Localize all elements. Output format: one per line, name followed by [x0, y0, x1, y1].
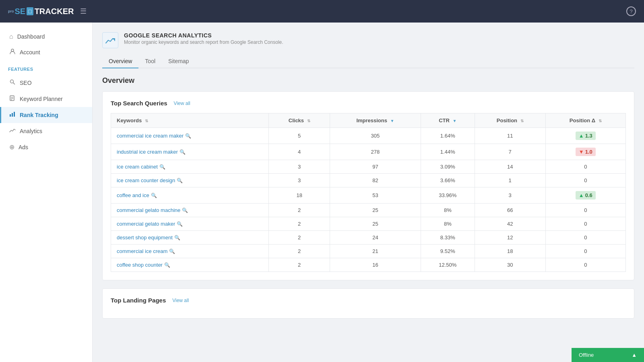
sidebar-item-account[interactable]: Account [0, 44, 92, 60]
keyword-link[interactable]: commercial gelato machine [117, 207, 180, 213]
search-small-icon[interactable]: 🔍 [180, 149, 186, 155]
sidebar-item-analytics[interactable]: Analytics [0, 123, 92, 139]
page-header-text: GOOGLE SEARCH ANALYTICS Monitor organic … [124, 32, 283, 45]
keyword-link[interactable]: commercial gelato maker [117, 221, 175, 227]
cell-clicks: 2 [269, 217, 330, 231]
cell-position: 7 [475, 144, 545, 160]
home-icon: ⌂ [9, 33, 13, 40]
cell-impressions: 25 [330, 204, 421, 217]
cell-clicks: 2 [269, 258, 330, 272]
keyword-link[interactable]: dessert shop equipment [117, 234, 173, 241]
cell-position: 12 [475, 231, 545, 245]
sort-icon: ⇅ [145, 119, 148, 123]
help-icon[interactable]: ? [626, 6, 636, 16]
cell-delta: 0 [545, 245, 625, 258]
keyword-link[interactable]: commercial ice cream maker [117, 133, 184, 139]
search-small-icon[interactable]: 🔍 [164, 262, 170, 268]
keyword-link[interactable]: ice cream counter design [117, 177, 175, 183]
col-impressions[interactable]: Impressions ▼ [330, 113, 421, 128]
layout: ⌂ Dashboard Account FEATURES SEO Keyword [0, 23, 644, 362]
cell-delta: 0 [545, 160, 625, 174]
search-small-icon[interactable]: 🔍 [182, 208, 188, 213]
search-queries-table: Keywords ⇅ Clicks ⇅ Impressions ▼ CTR [111, 113, 626, 272]
sidebar-item-label: Rank Tracking [20, 112, 58, 118]
sort-icon: ⇅ [599, 119, 602, 123]
offline-label: Offline [579, 352, 594, 358]
tab-overview[interactable]: Overview [102, 55, 138, 68]
sidebar-item-seo[interactable]: SEO [0, 75, 92, 91]
user-icon [9, 48, 16, 56]
search-small-icon[interactable]: 🔍 [177, 221, 183, 227]
sort-active-icon: ▼ [453, 119, 457, 123]
col-position[interactable]: Position ⇅ [475, 113, 545, 128]
sidebar-item-rank-tracking[interactable]: Rank Tracking [0, 107, 92, 123]
keyword-link[interactable]: ice cream cabinet [117, 164, 158, 170]
cell-impressions: 53 [330, 187, 421, 204]
view-all-link[interactable]: View all [172, 298, 189, 303]
logo-se: SE [15, 7, 26, 16]
ads-icon: ⊕ [9, 143, 14, 151]
tab-tool[interactable]: Tool [138, 55, 162, 68]
page-title: GOOGLE SEARCH ANALYTICS [124, 32, 283, 39]
view-all-link[interactable]: View all [174, 101, 190, 106]
table-row: commercial ice cream🔍2219.52%180 [111, 245, 626, 258]
sidebar-item-label: Account [20, 49, 40, 56]
tabs: Overview Tool Sitemap [102, 55, 634, 68]
sort-icon: ⇅ [520, 119, 524, 123]
down-arrow-icon: ▼ [579, 149, 584, 155]
hamburger-icon[interactable]: ☰ [80, 7, 87, 16]
cell-ctr: 33.96% [421, 187, 475, 204]
keyword-link[interactable]: coffee and ice [117, 192, 149, 198]
sidebar-item-dashboard[interactable]: ⌂ Dashboard [0, 29, 92, 44]
search-small-icon[interactable]: 🔍 [185, 133, 191, 139]
topnav: pro SE □ TRACKER ☰ ? [0, 0, 644, 23]
page-description: Monitor organic keywords and search repo… [124, 39, 283, 45]
tab-sitemap[interactable]: Sitemap [162, 55, 195, 68]
cell-clicks: 2 [269, 231, 330, 245]
cell-impressions: 305 [330, 128, 421, 144]
cell-clicks: 2 [269, 245, 330, 258]
logo-icon: □ [27, 7, 33, 15]
col-clicks[interactable]: Clicks ⇅ [269, 113, 330, 128]
top-search-queries-card: Top Search Queries View all Keywords ⇅ C… [102, 91, 634, 280]
keyword-link[interactable]: industrial ice cream maker [117, 149, 178, 155]
table-row: coffee and ice🔍185333.96%3▲0.6 [111, 187, 626, 204]
search-small-icon[interactable]: 🔍 [177, 178, 183, 183]
table-row: ice cream cabinet🔍3973.09%140 [111, 160, 626, 174]
cell-ctr: 9.52% [421, 245, 475, 258]
sidebar: ⌂ Dashboard Account FEATURES SEO Keyword [0, 23, 93, 362]
table-row: commercial gelato maker🔍2258%420 [111, 217, 626, 231]
col-position-delta[interactable]: Position Δ ⇅ [545, 113, 625, 128]
search-small-icon[interactable]: 🔍 [174, 235, 180, 241]
cell-position: 42 [475, 217, 545, 231]
logo-pro: pro [8, 9, 14, 13]
search-small-icon[interactable]: 🔍 [169, 249, 175, 254]
table-row: commercial gelato machine🔍2258%660 [111, 204, 626, 217]
cell-delta: 0 [545, 174, 625, 187]
table-body: commercial ice cream maker🔍53051.64%11▲1… [111, 128, 626, 272]
col-ctr[interactable]: CTR ▼ [421, 113, 475, 128]
card-header: Top Landing Pages View all [111, 297, 626, 304]
sidebar-item-label: Ads [19, 144, 28, 150]
cell-impressions: 25 [330, 217, 421, 231]
search-icon [9, 79, 16, 87]
sidebar-item-ads[interactable]: ⊕ Ads [0, 139, 92, 155]
cell-position: 66 [475, 204, 545, 217]
delta-badge-positive: ▲1.3 [576, 132, 596, 140]
keyword-link[interactable]: coffee shop counter [117, 262, 163, 268]
cell-delta: 0 [545, 217, 625, 231]
page-header: GOOGLE SEARCH ANALYTICS Monitor organic … [102, 32, 634, 48]
cell-ctr: 1.44% [421, 144, 475, 160]
search-small-icon[interactable]: 🔍 [159, 164, 165, 170]
offline-banner[interactable]: Offline ▲ [572, 348, 644, 362]
sidebar-item-label: SEO [20, 80, 32, 86]
cell-ctr: 3.09% [421, 160, 475, 174]
cell-delta: 0 [545, 204, 625, 217]
sidebar-item-keyword-planner[interactable]: Keyword Planner [0, 91, 92, 107]
cell-impressions: 97 [330, 160, 421, 174]
cell-position: 30 [475, 258, 545, 272]
search-small-icon[interactable]: 🔍 [151, 193, 157, 198]
cell-position: 3 [475, 187, 545, 204]
col-keywords[interactable]: Keywords ⇅ [111, 113, 269, 128]
keyword-link[interactable]: commercial ice cream [117, 248, 167, 254]
